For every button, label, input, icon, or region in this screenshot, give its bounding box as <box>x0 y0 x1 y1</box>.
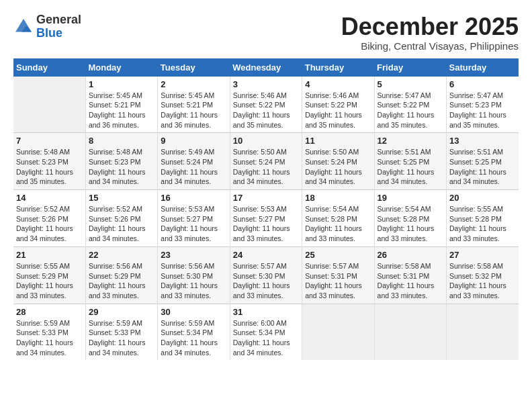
weekday-header-monday: Monday <box>85 58 157 77</box>
day-info: Sunrise: 5:59 AMSunset: 5:34 PMDaylight:… <box>161 318 226 358</box>
day-number: 7 <box>16 136 83 146</box>
calendar-cell: 29Sunrise: 5:59 AMSunset: 5:33 PMDayligh… <box>85 304 157 360</box>
day-info: Sunrise: 5:48 AMSunset: 5:23 PMDaylight:… <box>89 147 154 187</box>
day-number: 20 <box>449 193 516 203</box>
calendar-cell: 20Sunrise: 5:55 AMSunset: 5:28 PMDayligh… <box>447 190 519 247</box>
logo-icon <box>13 17 34 37</box>
weekday-header-friday: Friday <box>374 58 446 77</box>
day-info: Sunrise: 5:49 AMSunset: 5:24 PMDaylight:… <box>161 147 226 187</box>
calendar-cell: 22Sunrise: 5:56 AMSunset: 5:29 PMDayligh… <box>85 246 157 304</box>
title-block: December 2025 Biking, Central Visayas, P… <box>341 13 519 52</box>
day-number: 29 <box>89 307 154 317</box>
day-info: Sunrise: 5:48 AMSunset: 5:23 PMDaylight:… <box>16 147 83 187</box>
calendar-week-row: 7Sunrise: 5:48 AMSunset: 5:23 PMDaylight… <box>13 133 519 190</box>
day-number: 26 <box>378 250 443 260</box>
calendar-cell: 5Sunrise: 5:47 AMSunset: 5:22 PMDaylight… <box>374 77 446 133</box>
calendar-cell <box>447 304 519 360</box>
calendar-cell: 12Sunrise: 5:51 AMSunset: 5:25 PMDayligh… <box>374 133 446 190</box>
calendar-cell <box>374 304 446 360</box>
day-info: Sunrise: 5:51 AMSunset: 5:25 PMDaylight:… <box>378 147 443 187</box>
day-number: 25 <box>305 250 371 260</box>
logo: General Blue <box>13 13 81 40</box>
logo-text: General Blue <box>36 13 81 40</box>
calendar-cell: 13Sunrise: 5:51 AMSunset: 5:25 PMDayligh… <box>447 133 519 190</box>
calendar-cell: 23Sunrise: 5:56 AMSunset: 5:30 PMDayligh… <box>158 246 230 304</box>
day-info: Sunrise: 5:50 AMSunset: 5:24 PMDaylight:… <box>233 147 299 187</box>
location-subtitle: Biking, Central Visayas, Philippines <box>341 40 519 52</box>
calendar-cell: 18Sunrise: 5:54 AMSunset: 5:28 PMDayligh… <box>302 190 374 247</box>
day-info: Sunrise: 5:56 AMSunset: 5:29 PMDaylight:… <box>89 261 154 301</box>
day-info: Sunrise: 5:54 AMSunset: 5:28 PMDaylight:… <box>305 204 371 244</box>
calendar-week-row: 28Sunrise: 5:59 AMSunset: 5:33 PMDayligh… <box>13 304 519 360</box>
calendar-cell: 6Sunrise: 5:47 AMSunset: 5:23 PMDaylight… <box>447 77 519 133</box>
day-number: 8 <box>89 136 154 146</box>
calendar-cell: 8Sunrise: 5:48 AMSunset: 5:23 PMDaylight… <box>85 133 157 190</box>
weekday-header-tuesday: Tuesday <box>158 58 230 77</box>
day-number: 10 <box>233 136 299 146</box>
logo-general-text: General <box>36 13 81 27</box>
calendar-cell: 28Sunrise: 5:59 AMSunset: 5:33 PMDayligh… <box>13 304 85 360</box>
calendar-cell: 25Sunrise: 5:57 AMSunset: 5:31 PMDayligh… <box>302 246 374 304</box>
day-number: 13 <box>449 136 516 146</box>
day-info: Sunrise: 5:50 AMSunset: 5:24 PMDaylight:… <box>305 147 371 187</box>
weekday-header-wednesday: Wednesday <box>230 58 302 77</box>
day-number: 28 <box>16 307 83 317</box>
day-number: 19 <box>378 193 443 203</box>
calendar-cell: 1Sunrise: 5:45 AMSunset: 5:21 PMDaylight… <box>85 77 157 133</box>
day-info: Sunrise: 5:59 AMSunset: 5:33 PMDaylight:… <box>16 318 83 358</box>
day-info: Sunrise: 5:53 AMSunset: 5:27 PMDaylight:… <box>233 204 299 244</box>
day-number: 22 <box>89 250 154 260</box>
day-info: Sunrise: 5:47 AMSunset: 5:22 PMDaylight:… <box>378 91 443 130</box>
calendar-week-row: 14Sunrise: 5:52 AMSunset: 5:26 PMDayligh… <box>13 190 519 247</box>
calendar-cell: 3Sunrise: 5:46 AMSunset: 5:22 PMDaylight… <box>230 77 302 133</box>
day-number: 24 <box>233 250 299 260</box>
day-info: Sunrise: 5:57 AMSunset: 5:31 PMDaylight:… <box>305 261 371 301</box>
calendar-cell: 10Sunrise: 5:50 AMSunset: 5:24 PMDayligh… <box>230 133 302 190</box>
calendar-table: SundayMondayTuesdayWednesdayThursdayFrid… <box>13 58 519 361</box>
day-number: 4 <box>305 79 371 89</box>
calendar-cell: 31Sunrise: 6:00 AMSunset: 5:34 PMDayligh… <box>230 304 302 360</box>
day-number: 30 <box>161 307 226 317</box>
weekday-header-row: SundayMondayTuesdayWednesdayThursdayFrid… <box>13 58 519 77</box>
calendar-cell: 21Sunrise: 5:55 AMSunset: 5:29 PMDayligh… <box>13 246 85 304</box>
page-header: General Blue December 2025 Biking, Centr… <box>13 13 519 52</box>
weekday-header-thursday: Thursday <box>302 58 374 77</box>
day-info: Sunrise: 5:53 AMSunset: 5:27 PMDaylight:… <box>161 204 226 244</box>
day-number: 23 <box>161 250 226 260</box>
weekday-header-saturday: Saturday <box>447 58 519 77</box>
day-info: Sunrise: 5:51 AMSunset: 5:25 PMDaylight:… <box>449 147 516 187</box>
day-info: Sunrise: 5:54 AMSunset: 5:28 PMDaylight:… <box>378 204 443 244</box>
calendar-cell: 24Sunrise: 5:57 AMSunset: 5:30 PMDayligh… <box>230 246 302 304</box>
calendar-cell: 16Sunrise: 5:53 AMSunset: 5:27 PMDayligh… <box>158 190 230 247</box>
day-info: Sunrise: 5:46 AMSunset: 5:22 PMDaylight:… <box>305 91 371 130</box>
day-number: 11 <box>305 136 371 146</box>
day-info: Sunrise: 5:59 AMSunset: 5:33 PMDaylight:… <box>89 318 154 358</box>
logo-blue-text: Blue <box>36 27 81 40</box>
calendar-cell: 9Sunrise: 5:49 AMSunset: 5:24 PMDaylight… <box>158 133 230 190</box>
month-title: December 2025 <box>341 13 519 40</box>
calendar-cell: 4Sunrise: 5:46 AMSunset: 5:22 PMDaylight… <box>302 77 374 133</box>
calendar-cell <box>13 77 85 133</box>
day-number: 12 <box>378 136 443 146</box>
day-number: 5 <box>378 79 443 89</box>
day-info: Sunrise: 6:00 AMSunset: 5:34 PMDaylight:… <box>233 318 299 358</box>
calendar-cell: 15Sunrise: 5:52 AMSunset: 5:26 PMDayligh… <box>85 190 157 247</box>
day-number: 1 <box>89 79 154 89</box>
day-info: Sunrise: 5:47 AMSunset: 5:23 PMDaylight:… <box>449 91 516 130</box>
calendar-week-row: 1Sunrise: 5:45 AMSunset: 5:21 PMDaylight… <box>13 77 519 133</box>
calendar-cell: 2Sunrise: 5:45 AMSunset: 5:21 PMDaylight… <box>158 77 230 133</box>
day-info: Sunrise: 5:58 AMSunset: 5:32 PMDaylight:… <box>449 261 516 301</box>
day-number: 15 <box>89 193 154 203</box>
calendar-cell: 30Sunrise: 5:59 AMSunset: 5:34 PMDayligh… <box>158 304 230 360</box>
calendar-week-row: 21Sunrise: 5:55 AMSunset: 5:29 PMDayligh… <box>13 246 519 304</box>
day-number: 17 <box>233 193 299 203</box>
day-number: 2 <box>161 79 226 89</box>
day-info: Sunrise: 5:56 AMSunset: 5:30 PMDaylight:… <box>161 261 226 301</box>
day-info: Sunrise: 5:57 AMSunset: 5:30 PMDaylight:… <box>233 261 299 301</box>
calendar-cell: 17Sunrise: 5:53 AMSunset: 5:27 PMDayligh… <box>230 190 302 247</box>
calendar-cell <box>302 304 374 360</box>
day-info: Sunrise: 5:45 AMSunset: 5:21 PMDaylight:… <box>89 91 154 130</box>
day-info: Sunrise: 5:52 AMSunset: 5:26 PMDaylight:… <box>89 204 154 244</box>
calendar-cell: 19Sunrise: 5:54 AMSunset: 5:28 PMDayligh… <box>374 190 446 247</box>
day-info: Sunrise: 5:58 AMSunset: 5:31 PMDaylight:… <box>378 261 443 301</box>
